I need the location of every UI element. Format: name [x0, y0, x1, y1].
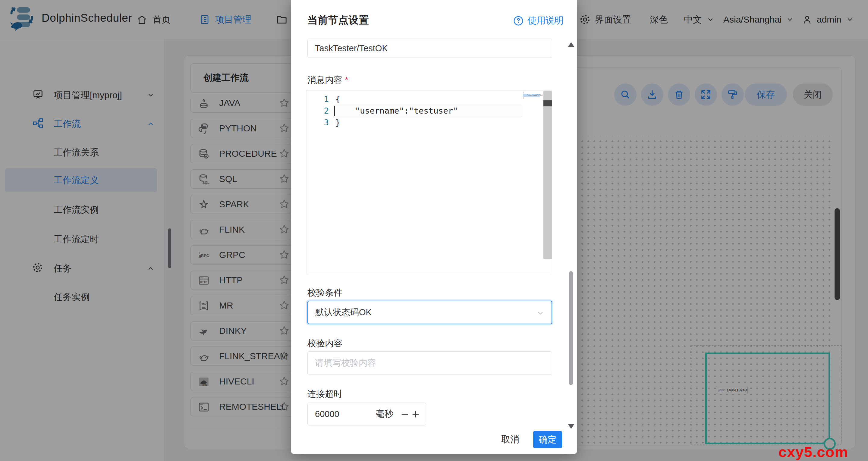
help-circle-icon	[513, 16, 524, 26]
minimap-line: "username":"testuser"	[523, 94, 540, 97]
minimap-line: }	[523, 97, 540, 99]
scroll-up-arrow-icon[interactable]	[568, 42, 574, 47]
editor-scrollbar[interactable]	[544, 91, 552, 259]
editor-line-text: "username":"testuser"	[336, 105, 458, 117]
editor-cursor	[334, 106, 335, 116]
check-content-input[interactable]: 请填写校验内容	[307, 351, 552, 375]
editor-line-number: 1	[307, 93, 329, 105]
editor-minimap: { "username":"testuser"}	[523, 91, 543, 105]
editor-line-text: {	[336, 93, 340, 105]
editor-line: 1{	[307, 93, 552, 105]
minimap-line: {	[523, 91, 540, 94]
editor-line-text: }	[336, 117, 340, 128]
scroll-down-arrow-icon[interactable]	[568, 424, 574, 429]
condition-select[interactable]: 默认状态码OK	[307, 301, 552, 324]
chevron-down-icon	[536, 309, 545, 317]
check-content-placeholder: 请填写校验内容	[315, 357, 376, 369]
timeout-value: 60000	[315, 409, 339, 419]
modal-title: 当前节点设置	[307, 13, 369, 27]
minus-icon[interactable]	[400, 409, 410, 420]
message-content-label: 消息内容*	[307, 74, 348, 86]
node-name-value: TaskTester/TestOK	[315, 43, 388, 53]
node-settings-modal: 当前节点设置 使用说明 TaskTester/TestOK 消息内容* 1{2 …	[291, 0, 577, 454]
confirm-button[interactable]: 确定	[533, 431, 562, 448]
timeout-stepper[interactable]: 60000 毫秒	[307, 403, 426, 425]
help-link[interactable]: 使用说明	[513, 14, 564, 27]
node-name-input[interactable]: TaskTester/TestOK	[307, 38, 552, 58]
check-content-label: 校验内容	[307, 337, 342, 349]
plus-icon[interactable]	[410, 409, 421, 420]
editor-line: 2 "username":"testuser"	[307, 105, 552, 117]
condition-value: 默认状态码OK	[315, 306, 372, 318]
message-content-editor[interactable]: 1{2 "username":"testuser"3} { "username"…	[306, 90, 552, 274]
modal-scrollbar[interactable]	[567, 0, 575, 454]
screen: DolphinScheduler 首页 项目管理 界面设置 深色 中文	[0, 0, 868, 461]
editor-line-number: 2	[307, 105, 329, 117]
editor-line-number: 3	[307, 117, 329, 128]
required-asterisk: *	[345, 75, 348, 85]
modal-scrollbar-thumb[interactable]	[569, 271, 573, 385]
timeout-label: 连接超时	[307, 388, 342, 400]
cancel-button[interactable]: 取消	[501, 433, 519, 445]
watermark: cxy5.com	[778, 443, 848, 460]
condition-label: 校验条件	[307, 287, 342, 299]
timeout-unit: 毫秒	[376, 408, 393, 420]
editor-line: 3}	[307, 117, 552, 128]
editor-scrollbar-thumb[interactable]	[544, 100, 552, 106]
help-label: 使用说明	[527, 14, 564, 27]
